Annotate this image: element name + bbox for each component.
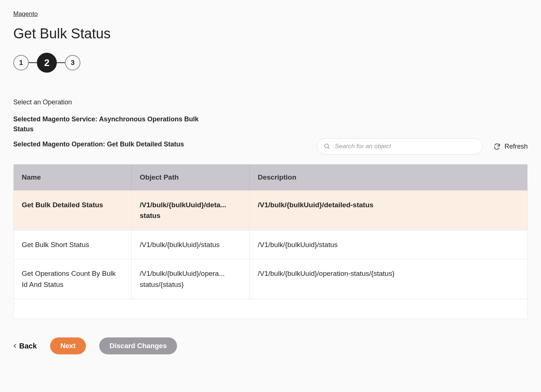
table-body: Get Bulk Detailed Status /V1/bulk/{bulkU… [14, 190, 527, 299]
cell-path: /V1/bulk/{bulkUuid}/opera... status/{sta… [132, 259, 250, 299]
chevron-left-icon [13, 343, 17, 348]
section-label: Select an Operation [13, 98, 528, 106]
operations-table: Name Object Path Description Get Bulk De… [13, 164, 528, 319]
column-header-desc[interactable]: Description [250, 164, 527, 190]
cell-desc: /V1/bulk/{bulkUuid}/operation-status/{st… [250, 259, 527, 299]
table-header: Name Object Path Description [14, 164, 527, 190]
cell-name: Get Bulk Short Status [14, 230, 132, 259]
cell-desc: /V1/bulk/{bulkUuid}/detailed-status [250, 191, 527, 230]
cell-name: Get Operations Count By Bulk Id And Stat… [14, 259, 132, 299]
back-button[interactable]: Back [13, 342, 37, 350]
table-row[interactable]: Get Bulk Short Status /V1/bulk/{bulkUuid… [14, 230, 527, 259]
column-header-path[interactable]: Object Path [132, 164, 250, 190]
selected-operation-text: Selected Magento Operation: Get Bulk Det… [13, 139, 220, 149]
cell-desc: /V1/bulk/{bulkUuid}/status [250, 230, 527, 259]
breadcrumb-link[interactable]: Magento [13, 10, 38, 18]
table-footer [14, 299, 527, 319]
toolbar-right: Refresh [317, 138, 528, 155]
next-button[interactable]: Next [50, 337, 86, 354]
column-header-name[interactable]: Name [14, 164, 132, 190]
page-title: Get Bulk Status [13, 26, 528, 42]
step-2[interactable]: 2 [37, 53, 57, 73]
cell-path: /V1/bulk/{bulkUuid}/deta... status [132, 191, 250, 230]
cell-name: Get Bulk Detailed Status [14, 191, 132, 230]
search-icon [324, 143, 330, 150]
discard-button[interactable]: Discard Changes [99, 337, 177, 354]
footer-actions: Back Next Discard Changes [13, 337, 528, 354]
selected-info-block: Selected Magento Service: Asynchronous O… [13, 114, 220, 155]
step-1[interactable]: 1 [13, 55, 29, 70]
table-row[interactable]: Get Bulk Detailed Status /V1/bulk/{bulkU… [14, 190, 527, 230]
refresh-button[interactable]: Refresh [493, 143, 528, 150]
step-connector [29, 62, 37, 63]
search-wrapper [317, 138, 483, 155]
cell-path: /V1/bulk/{bulkUuid}/status [132, 230, 250, 259]
wizard-stepper: 1 2 3 [13, 53, 528, 73]
table-row[interactable]: Get Operations Count By Bulk Id And Stat… [14, 259, 527, 299]
svg-line-1 [328, 147, 329, 149]
step-connector [57, 62, 65, 63]
step-3[interactable]: 3 [65, 55, 80, 70]
svg-point-0 [325, 144, 329, 148]
toolbar-row: Selected Magento Service: Asynchronous O… [13, 114, 528, 155]
search-input[interactable] [335, 143, 476, 150]
refresh-icon [493, 143, 501, 150]
back-label: Back [19, 342, 37, 350]
refresh-label: Refresh [504, 143, 528, 150]
selected-service-text: Selected Magento Service: Asynchronous O… [13, 114, 220, 134]
